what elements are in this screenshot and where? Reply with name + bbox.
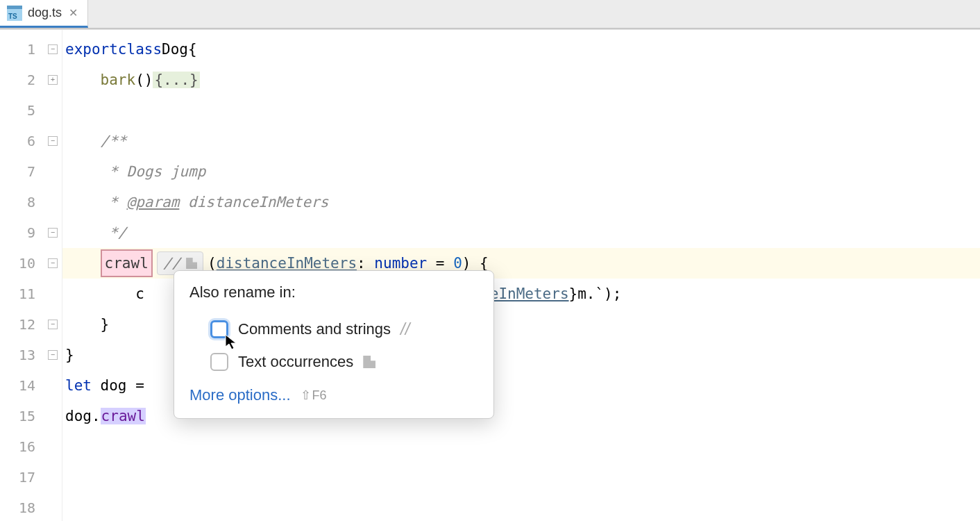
line-number: 17: [0, 462, 62, 493]
text-occurrence-icon: [363, 356, 375, 368]
file-tab[interactable]: dog.ts ✕: [0, 0, 88, 28]
mouse-cursor: [225, 334, 239, 351]
line-number: 5: [0, 95, 62, 126]
option-label: Text occurrences: [238, 353, 353, 371]
code-line: */: [62, 217, 980, 248]
tab-filename: dog.ts: [28, 6, 62, 20]
line-number: 11: [0, 279, 62, 309]
more-options-row[interactable]: More options... ⇧F6: [189, 386, 478, 404]
code-line: [62, 462, 980, 493]
fold-toggle[interactable]: −: [48, 320, 58, 329]
gutter: 1− 2+ 5 6− 7 8 9− 10− 11 12− 13− 14 15 1…: [0, 30, 62, 521]
fold-toggle[interactable]: +: [48, 75, 58, 85]
line-number: 16: [0, 431, 62, 462]
folded-block[interactable]: {...}: [153, 72, 199, 88]
line-number: 2+: [0, 65, 62, 95]
close-tab-icon[interactable]: ✕: [67, 6, 79, 19]
shortcut-hint: ⇧F6: [301, 388, 327, 403]
line-number: 14: [0, 370, 62, 401]
line-number: 13−: [0, 340, 62, 370]
rename-input[interactable]: crawl: [101, 249, 153, 277]
comment-icon: //: [400, 320, 409, 339]
checkbox[interactable]: [210, 353, 228, 371]
fold-toggle[interactable]: −: [48, 350, 58, 360]
shift-icon: ⇧: [301, 388, 311, 403]
fold-toggle[interactable]: −: [48, 258, 58, 268]
fold-toggle[interactable]: −: [48, 44, 58, 54]
line-number: 9−: [0, 217, 62, 248]
line-number: 6−: [0, 126, 62, 156]
code-line: /**: [62, 126, 980, 156]
code-line: * Dogs jump: [62, 156, 980, 187]
line-number: 12−: [0, 309, 62, 340]
line-number: 7: [0, 156, 62, 187]
editor: 1− 2+ 5 6− 7 8 9− 10− 11 12− 13− 14 15 1…: [0, 29, 980, 521]
line-number: 15: [0, 401, 62, 431]
line-number: 1−: [0, 34, 62, 65]
line-number: 8: [0, 187, 62, 217]
code-line: * @param distanceInMeters: [62, 187, 980, 217]
code-area[interactable]: export class Dog { bark() {...} /** * Do…: [62, 30, 980, 521]
popup-title: Also rename in:: [189, 283, 478, 301]
rename-options-popup: Also rename in: Comments and strings // …: [174, 270, 494, 419]
option-label: Comments and strings: [238, 320, 391, 338]
comment-icon: //: [163, 255, 180, 272]
tab-bar: dog.ts ✕: [0, 0, 980, 29]
more-options-link[interactable]: More options...: [189, 386, 291, 404]
code-line: [62, 95, 980, 126]
text-occurrence-icon: [186, 258, 197, 269]
code-line: [62, 493, 980, 521]
rename-usage: crawl: [101, 408, 146, 424]
fold-toggle[interactable]: −: [48, 228, 58, 238]
line-number: 10−: [0, 248, 62, 279]
line-number: 18: [0, 493, 62, 521]
code-line: export class Dog {: [62, 34, 980, 65]
fold-toggle[interactable]: −: [48, 136, 58, 146]
typescript-file-icon: [7, 6, 22, 21]
code-line: bark() {...}: [62, 65, 980, 95]
code-line: [62, 431, 980, 462]
